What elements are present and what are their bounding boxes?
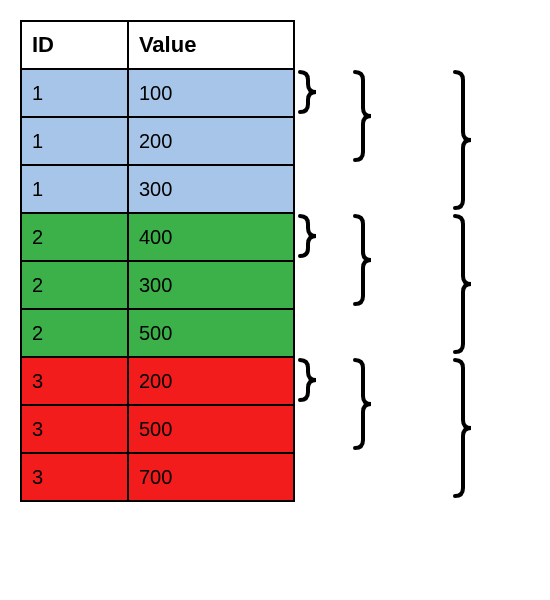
table-row: 2500 (21, 309, 294, 357)
table-row: 3700 (21, 453, 294, 501)
brace-level-2-group-2 (355, 216, 371, 304)
braces-svg (295, 68, 535, 520)
table-row: 1200 (21, 117, 294, 165)
cell-id: 2 (21, 261, 128, 309)
table-row: 2400 (21, 213, 294, 261)
cell-value: 300 (128, 165, 294, 213)
cell-value: 500 (128, 309, 294, 357)
cell-id: 3 (21, 405, 128, 453)
header-value: Value (128, 21, 294, 69)
cell-value: 300 (128, 261, 294, 309)
cell-value: 400 (128, 213, 294, 261)
brace-level-1-group-3 (300, 360, 316, 400)
cell-id: 3 (21, 357, 128, 405)
cell-id: 3 (21, 453, 128, 501)
cell-id: 1 (21, 117, 128, 165)
brace-level-3-group-2 (455, 216, 471, 352)
table-row: 1100 (21, 69, 294, 117)
data-table: ID Value 1100120013002400230025003200350… (20, 20, 295, 502)
cell-id: 2 (21, 309, 128, 357)
cell-value: 200 (128, 117, 294, 165)
brace-level-2-group-1 (355, 72, 371, 160)
cell-id: 2 (21, 213, 128, 261)
cell-value: 700 (128, 453, 294, 501)
cell-value: 100 (128, 69, 294, 117)
cell-value: 500 (128, 405, 294, 453)
brace-level-3-group-3 (455, 360, 471, 496)
header-row: ID Value (21, 21, 294, 69)
header-id: ID (21, 21, 128, 69)
brace-level-1-group-1 (300, 72, 316, 112)
cell-id: 1 (21, 165, 128, 213)
cell-value: 200 (128, 357, 294, 405)
cell-id: 1 (21, 69, 128, 117)
brace-level-3-group-1 (455, 72, 471, 208)
brace-level-2-group-3 (355, 360, 371, 448)
brace-level-1-group-2 (300, 216, 316, 256)
table-row: 2300 (21, 261, 294, 309)
table-row: 3500 (21, 405, 294, 453)
grouping-braces (295, 68, 530, 548)
table-row: 3200 (21, 357, 294, 405)
table-row: 1300 (21, 165, 294, 213)
